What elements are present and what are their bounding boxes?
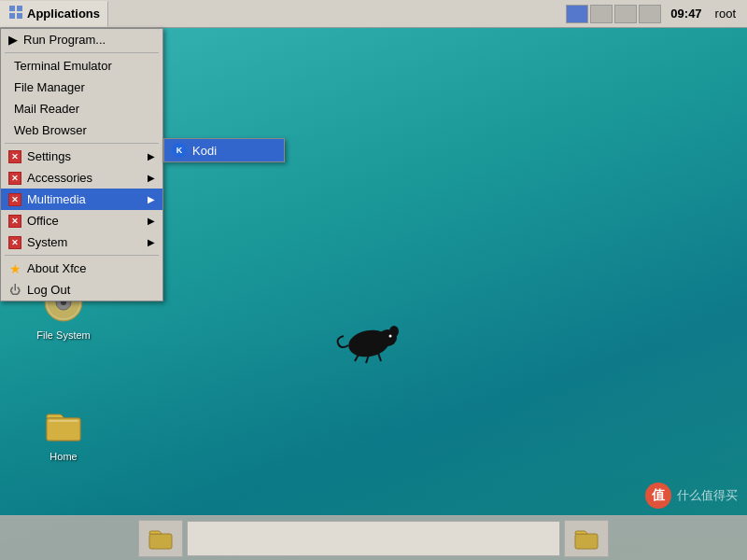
bottom-taskbar [0,515,747,560]
mail-reader-label: Mail Reader [14,102,79,116]
workspace-switcher [566,5,661,23]
applications-menu-button[interactable]: Applications [0,1,108,27]
applications-menu: ▶ Run Program... Terminal Emulator File … [0,28,163,301]
bottom-task-area [187,521,560,556]
settings-arrow: ▶ [148,151,155,161]
system-arrow: ▶ [148,237,155,247]
settings-label: Settings [27,149,71,163]
clock: 09:47 [663,7,709,21]
svg-point-6 [389,335,392,338]
multimedia-label: Multimedia [27,192,86,206]
svg-rect-14 [9,6,15,11]
workspace-3[interactable] [614,5,637,23]
username: root [712,7,740,21]
watermark-text: 什么值得买 [677,487,738,504]
accessories-label: Accessories [27,171,92,185]
accessories-arrow: ▶ [148,173,155,183]
desktop-icon-home[interactable]: Home [26,401,101,463]
svg-rect-15 [17,6,22,11]
taskbar-right: 09:47 root [566,5,747,23]
logout-icon: ⏻ [8,284,21,297]
menu-separator-1 [5,52,159,53]
watermark: 值 什么值得买 [645,483,738,509]
menu-item-web-browser[interactable]: Web Browser [1,119,162,141]
home-icon [41,401,86,446]
svg-rect-16 [9,13,15,19]
about-xfce-label: About Xfce [27,261,87,275]
menu-item-mail-reader[interactable]: Mail Reader [1,98,162,119]
menu-item-settings[interactable]: ✕ Settings ▶ [1,146,162,167]
menu-item-terminal[interactable]: Terminal Emulator [1,55,162,77]
web-browser-label: Web Browser [14,123,87,137]
multimedia-icon: ✕ [8,193,21,206]
menu-item-file-manager[interactable]: File Manager [1,77,162,98]
kodi-icon: K [172,143,187,158]
svg-line-5 [378,353,381,361]
submenu-item-kodi[interactable]: K Kodi [164,139,284,161]
system-icon: ✕ [8,236,21,249]
accessories-icon: ✕ [8,172,21,185]
menu-item-run-program[interactable]: ▶ Run Program... [1,29,162,50]
star-icon: ★ [8,262,21,275]
kodi-label: Kodi [192,144,217,158]
menu-separator-2 [5,143,159,144]
office-icon: ✕ [8,215,21,228]
system-label: System [27,235,67,249]
taskbar: Applications 09:47 root [0,0,747,28]
menu-item-accessories[interactable]: ✕ Accessories ▶ [1,167,162,189]
file-manager-label: File Manager [14,80,85,94]
bottom-left-folder-button[interactable] [138,520,183,557]
menu-item-multimedia[interactable]: ✕ Multimedia ▶ [1,189,162,210]
svg-rect-18 [149,534,172,549]
workspace-1[interactable] [566,5,588,23]
workspace-2[interactable] [590,5,613,23]
svg-rect-13 [49,420,78,422]
svg-rect-17 [17,13,22,19]
terminal-label: Terminal Emulator [14,59,112,73]
watermark-badge: 值 [645,483,671,509]
menu-item-system[interactable]: ✕ System ▶ [1,231,162,253]
menu-item-office[interactable]: ✕ Office ▶ [1,210,162,231]
office-label: Office [27,214,59,228]
run-icon: ▶ [8,33,18,47]
bottom-right-folder-button[interactable] [564,520,609,557]
multimedia-arrow: ▶ [148,194,155,204]
menu-separator-3 [5,255,159,256]
applications-menu-icon [8,5,23,22]
office-arrow: ▶ [148,216,155,226]
menu-item-log-out[interactable]: ⏻ Log Out [1,279,162,301]
home-label: Home [47,450,79,463]
applications-label: Applications [27,7,100,21]
log-out-label: Log Out [27,283,70,297]
multimedia-submenu: K Kodi [163,138,285,162]
svg-rect-19 [575,534,598,549]
desktop-mouse-icon [336,317,402,367]
settings-icon: ✕ [8,150,21,163]
filesystem-label: File System [34,329,92,342]
run-label: Run Program... [23,33,106,47]
menu-item-about-xfce[interactable]: ★ About Xfce [1,258,162,279]
workspace-4[interactable] [639,5,661,23]
